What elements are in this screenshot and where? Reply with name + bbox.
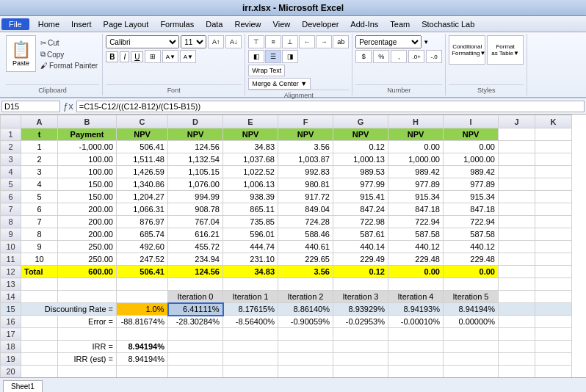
table-row: 13 bbox=[1, 278, 572, 291]
fill-color-btn[interactable]: A▼ bbox=[162, 50, 178, 63]
conditional-formatting-btn[interactable]: ConditionalFormatting▼ bbox=[449, 35, 485, 65]
addins-menu[interactable]: Add-Ins bbox=[344, 18, 384, 30]
formula-input[interactable] bbox=[76, 101, 585, 112]
cell-j1[interactable] bbox=[499, 128, 535, 141]
cell[interactable]: 3.56 bbox=[278, 141, 333, 153]
col-header-f: F bbox=[278, 115, 333, 128]
align-bottom-btn[interactable]: ⊥ bbox=[282, 35, 298, 48]
italic-button[interactable]: I bbox=[120, 51, 129, 62]
text-orient-btn[interactable]: ab bbox=[333, 35, 349, 48]
error-row: 16 Error = -88.81674% -28.30284% -8.5640… bbox=[1, 316, 572, 328]
ribbon: 📋 Paste ✂ Cut ⧉ Copy 🖌 Format Painter Cl… bbox=[0, 32, 586, 98]
cell[interactable] bbox=[535, 141, 572, 153]
table-row: 4 3 100.00 1,426.59 1,105.15 1,022.52 99… bbox=[1, 166, 572, 178]
cell-i1[interactable]: NPV bbox=[444, 128, 499, 141]
font-size-select[interactable]: 11 bbox=[181, 35, 206, 48]
decimal-inc-btn[interactable]: .0+ bbox=[408, 50, 424, 63]
insert-menu[interactable]: Insert bbox=[65, 18, 98, 30]
cell[interactable]: -1,000.00 bbox=[58, 141, 117, 153]
cell[interactable]: 124.56 bbox=[168, 141, 223, 153]
decrease-font-btn[interactable]: A↓ bbox=[225, 35, 242, 48]
cell-h1[interactable]: NPV bbox=[388, 128, 444, 141]
table-row: 20 bbox=[1, 366, 572, 378]
cell[interactable]: 34.83 bbox=[223, 141, 278, 153]
team-menu[interactable]: Team bbox=[384, 18, 416, 30]
table-row: 3 2 100.00 1,511.48 1,132.54 1,037.68 1,… bbox=[1, 153, 572, 166]
menu-bar: File Home Insert Page Layout Formulas Da… bbox=[0, 16, 586, 32]
table-row: 7 6 200.00 1,066.31 908.78 865.11 849.04… bbox=[1, 203, 572, 216]
cell-a1[interactable]: t bbox=[21, 128, 58, 141]
cell-c1[interactable]: NPV bbox=[117, 128, 168, 141]
increase-font-btn[interactable]: A↑ bbox=[208, 35, 224, 48]
font-color-btn[interactable]: A▼ bbox=[180, 50, 196, 63]
font-group: Calibri 11 A↑ A↓ B I U ⊞ A▼ A▼ Font bbox=[103, 34, 245, 95]
align-right-btn[interactable]: ◨ bbox=[282, 50, 298, 63]
cell-b1[interactable]: Payment bbox=[58, 128, 117, 141]
align-middle-btn[interactable]: ≡ bbox=[265, 35, 281, 48]
cut-button[interactable]: ✂ Cut bbox=[39, 38, 99, 48]
border-btn[interactable]: ⊞ bbox=[145, 50, 161, 63]
indent-right-btn[interactable]: → bbox=[316, 35, 332, 48]
formula-icon: ƒx bbox=[63, 101, 73, 112]
table-row: 6 5 150.00 1,204.27 994.99 938.39 917.72… bbox=[1, 191, 572, 203]
indent-left-btn[interactable]: ← bbox=[299, 35, 315, 48]
cell[interactable]: 0.12 bbox=[333, 141, 388, 153]
format-as-table-btn[interactable]: Formatas Table▼ bbox=[487, 35, 524, 65]
table-row: 11 10 250.00 247.52 234.94 231.10 229.65… bbox=[1, 253, 572, 266]
row-num-1: 1 bbox=[1, 128, 21, 141]
formulas-menu[interactable]: Formulas bbox=[154, 18, 200, 30]
cell[interactable]: 506.41 bbox=[117, 141, 168, 153]
number-format-select[interactable]: Percentage bbox=[355, 35, 422, 48]
number-group: Percentage ▼ $ % , .0+ -.0 Number bbox=[352, 34, 446, 95]
underline-button[interactable]: U bbox=[131, 51, 143, 62]
alignment-group: ⊤ ≡ ⊥ ← → ab ◧ ☰ ◨ Wrap Text Merge & Cen… bbox=[245, 34, 352, 95]
currency-btn[interactable]: $ bbox=[355, 50, 372, 63]
cell[interactable]: 0.00 bbox=[444, 141, 499, 153]
copy-button[interactable]: ⧉ Copy bbox=[39, 49, 99, 59]
view-menu[interactable]: View bbox=[267, 18, 297, 30]
sheet-tab-bar: Sheet1 bbox=[0, 377, 586, 392]
paste-button[interactable]: 📋 Paste bbox=[6, 35, 36, 72]
comma-btn[interactable]: , bbox=[391, 50, 407, 63]
cell-k1[interactable] bbox=[535, 128, 572, 141]
table-row: 9 8 200.00 685.74 616.21 596.01 588.46 5… bbox=[1, 228, 572, 241]
cell-g1[interactable]: NPV bbox=[333, 128, 388, 141]
file-menu[interactable]: File bbox=[1, 18, 29, 30]
number-format-arrow[interactable]: ▼ bbox=[423, 39, 429, 46]
number-label: Number bbox=[355, 84, 442, 94]
table-row: 2 1 -1,000.00 506.41 124.56 34.83 3.56 0… bbox=[1, 141, 572, 153]
row-num: 2 bbox=[1, 141, 21, 153]
stochastic-lab-menu[interactable]: Stochastic Lab bbox=[416, 18, 480, 30]
alignment-label: Alignment bbox=[248, 90, 349, 99]
data-menu[interactable]: Data bbox=[200, 18, 228, 30]
percent-btn[interactable]: % bbox=[373, 50, 389, 63]
merge-center-btn[interactable]: Merge & Center ▼ bbox=[248, 78, 311, 90]
developer-menu[interactable]: Developer bbox=[296, 18, 344, 30]
cell-d1[interactable]: NPV bbox=[168, 128, 223, 141]
format-painter-button[interactable]: 🖌 Format Painter bbox=[39, 61, 99, 70]
wrap-text-btn[interactable]: Wrap Text bbox=[248, 65, 285, 76]
home-menu[interactable]: Home bbox=[32, 18, 65, 30]
cell-e1[interactable]: NPV bbox=[223, 128, 278, 141]
irr-row: 18 IRR = 8.94194% bbox=[1, 341, 572, 353]
bold-button[interactable]: B bbox=[106, 51, 118, 62]
sheet-tab-sheet1[interactable]: Sheet1 bbox=[3, 380, 43, 392]
name-box[interactable] bbox=[1, 101, 60, 112]
cell[interactable]: 0.00 bbox=[388, 141, 444, 153]
page-layout-menu[interactable]: Page Layout bbox=[98, 18, 155, 30]
table-row: 10 9 250.00 492.60 455.72 444.74 440.61 … bbox=[1, 241, 572, 253]
col-header-d[interactable]: D bbox=[168, 115, 223, 128]
cell-f1[interactable]: NPV bbox=[278, 128, 333, 141]
styles-label: Styles bbox=[449, 84, 524, 94]
col-header-e: E bbox=[223, 115, 278, 128]
col-header-b: B bbox=[58, 115, 117, 128]
cell[interactable] bbox=[499, 141, 535, 153]
align-top-btn[interactable]: ⊤ bbox=[248, 35, 264, 48]
review-menu[interactable]: Review bbox=[228, 18, 267, 30]
align-center-btn[interactable]: ☰ bbox=[265, 50, 281, 63]
col-header-h: H bbox=[388, 115, 444, 128]
cell[interactable]: 1 bbox=[21, 141, 58, 153]
decimal-dec-btn[interactable]: -.0 bbox=[426, 50, 442, 63]
font-name-select[interactable]: Calibri bbox=[106, 35, 179, 48]
align-left-btn[interactable]: ◧ bbox=[248, 50, 264, 63]
